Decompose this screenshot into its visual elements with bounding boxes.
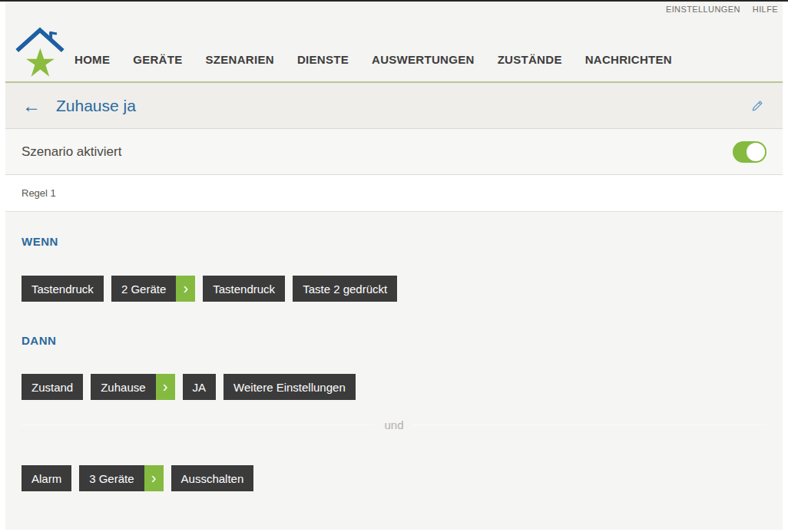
button-label: Weitere Einstellungen [223, 374, 356, 400]
dann-button-weitere-einstellungen[interactable]: Weitere Einstellungen [223, 374, 356, 400]
nav-item-geraete[interactable]: GERÄTE [133, 53, 182, 66]
chevron-right-icon[interactable]: › [144, 465, 164, 491]
and-divider: und [22, 417, 766, 432]
back-arrow-icon[interactable]: ← [22, 97, 41, 115]
dann-button-ja[interactable]: JA [183, 374, 217, 400]
nav-item-szenarien[interactable]: SZENARIEN [206, 53, 274, 66]
app-header: EINSTELLUNGEN HILFE HOME GERÄTE SZENARIE… [5, 2, 783, 81]
dann-button-row-2: Alarm 3 Geräte › Ausschalten [22, 465, 766, 491]
dann-button-zuhause[interactable]: Zuhause › [91, 374, 174, 400]
dann-button-row-1: Zustand Zuhause › JA Weitere Einstellung… [22, 374, 766, 400]
scenario-toggle[interactable] [733, 141, 766, 163]
dann-button-3-geraete[interactable]: 3 Geräte › [79, 465, 163, 491]
dann-heading: DANN [22, 302, 766, 347]
nav-item-nachrichten[interactable]: NACHRICHTEN [585, 53, 672, 66]
wenn-button-2-geraete[interactable]: 2 Geräte › [111, 276, 195, 302]
button-label: Alarm [22, 465, 71, 491]
rule-label: Regel 1 [22, 187, 56, 199]
divider-line [413, 425, 766, 425]
smarthome-app: EINSTELLUNGEN HILFE HOME GERÄTE SZENARIE… [5, 2, 783, 530]
nav-item-dienste[interactable]: DIENSTE [297, 53, 349, 66]
button-label: Taste 2 gedrückt [293, 276, 397, 302]
rule-editor: WENN Tastendruck 2 Geräte › Tastendruck … [5, 212, 783, 530]
divider-line [22, 425, 375, 425]
dann-button-ausschalten[interactable]: Ausschalten [171, 465, 254, 491]
settings-link[interactable]: EINSTELLUNGEN [666, 5, 740, 14]
wenn-button-tastendruck-1[interactable]: Tastendruck [22, 276, 104, 302]
chevron-right-icon[interactable]: › [176, 276, 195, 302]
nav-item-home[interactable]: HOME [74, 53, 110, 66]
scenario-enabled-label: Szenario aktiviert [22, 144, 121, 160]
scenario-enabled-row: Szenario aktiviert [5, 129, 783, 175]
button-label: JA [183, 374, 217, 400]
title-bar: ← Zuhause ja [5, 83, 783, 129]
button-label: Tastendruck [203, 276, 285, 302]
toggle-knob [747, 143, 765, 161]
wenn-button-row: Tastendruck 2 Geräte › Tastendruck Taste… [22, 276, 766, 302]
wenn-heading: WENN [22, 212, 766, 248]
button-label: Zuhause [91, 374, 155, 400]
wenn-button-taste-2-gedrueckt[interactable]: Taste 2 gedrückt [293, 276, 397, 302]
button-label: 3 Geräte [79, 465, 144, 491]
button-label: Tastendruck [22, 276, 104, 302]
rule-row[interactable]: Regel 1 [5, 175, 783, 212]
nav-item-auswertungen[interactable]: AUSWERTUNGEN [372, 53, 475, 66]
dann-button-alarm[interactable]: Alarm [22, 465, 71, 491]
wenn-button-tastendruck-2[interactable]: Tastendruck [203, 276, 285, 302]
home-logo-icon[interactable] [10, 17, 70, 78]
page-title: Zuhause ja [56, 97, 136, 115]
dann-button-zustand[interactable]: Zustand [22, 374, 83, 400]
utility-links: EINSTELLUNGEN HILFE [666, 5, 778, 14]
help-link[interactable]: HILFE [753, 5, 778, 14]
nav-item-zustaende[interactable]: ZUSTÄNDE [498, 53, 562, 66]
edit-pencil-icon[interactable] [750, 97, 766, 114]
button-label: Ausschalten [171, 465, 254, 491]
button-label: 2 Geräte [111, 276, 176, 302]
button-label: Zustand [22, 374, 83, 400]
and-connector-label: und [384, 418, 403, 431]
chevron-right-icon[interactable]: › [156, 374, 175, 400]
main-nav: HOME GERÄTE SZENARIEN DIENSTE AUSWERTUNG… [74, 53, 672, 66]
